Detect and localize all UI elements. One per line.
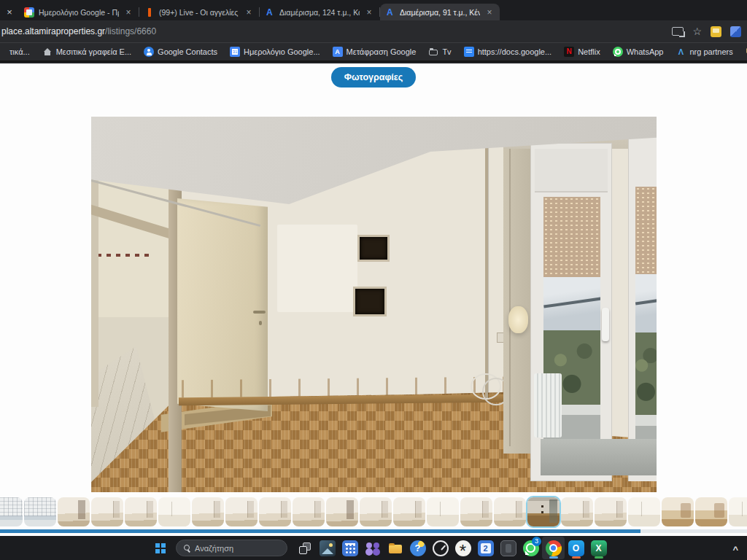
chatgpt[interactable] (452, 537, 474, 559)
calculator[interactable] (338, 537, 361, 559)
task-view-icon (297, 540, 313, 556)
thumbnail-12[interactable] (360, 497, 392, 526)
get-help-icon (410, 540, 426, 556)
wall-marks (97, 254, 150, 257)
contacts-icon (144, 47, 154, 57)
thumbnail-11[interactable] (326, 497, 358, 526)
excel-icon: X (591, 540, 607, 556)
thumbnail-13[interactable] (393, 497, 425, 526)
calendar-2[interactable]: 2 (474, 537, 497, 559)
thumbnail-08[interactable] (225, 497, 258, 526)
thumbnail-05[interactable] (125, 497, 157, 526)
bookmark-mesitika[interactable]: Μεσιτικά γραφεία Ε... (42, 47, 131, 57)
url-text[interactable]: place.altamiraproperties.gr/listings/666… (1, 26, 672, 36)
search-icon (184, 545, 190, 551)
bookmark-google-docs[interactable]: https://docs.google... (464, 47, 552, 57)
nrg-icon (676, 47, 686, 57)
bookmark-nrg-partners[interactable]: nrg partners (676, 47, 732, 57)
bookmark-whatsapp[interactable]: WhatsApp (613, 47, 664, 57)
folder-icon (428, 47, 438, 57)
shutter-box (535, 149, 608, 192)
send-to-device-icon[interactable] (672, 27, 684, 36)
balcony-door-handle (602, 308, 609, 341)
tab-close-icon[interactable] (484, 7, 495, 18)
calendar-2-icon: 2 (478, 540, 494, 556)
start-button[interactable] (150, 538, 171, 559)
extension-yellow-icon[interactable] (711, 26, 721, 37)
gallery-scrollbar-thumb[interactable] (0, 529, 640, 533)
tab-live-listings[interactable]: (99+) Live - Οι αγγελίες μου - Ε... (139, 4, 259, 20)
phone-link[interactable] (497, 537, 519, 559)
gallery-main-photo[interactable] (91, 117, 657, 492)
get-help[interactable] (406, 537, 429, 559)
people[interactable] (361, 537, 384, 559)
bookmark-netflix[interactable]: Netflix (564, 47, 600, 57)
calendar-icon (230, 47, 240, 57)
show-hidden-icons-chevron[interactable] (732, 536, 738, 560)
tab-listing-91[interactable]: Διαμέρισμα, 91 τ.μ., Κέντρο Θε... (380, 4, 500, 20)
whatsapp-icon (613, 47, 623, 57)
url-bar: place.altamiraproperties.gr/listings/666… (0, 20, 747, 42)
bookmark-tv-folder[interactable]: Tv (428, 47, 451, 57)
rolled-shutter (543, 197, 600, 277)
taskbar-search[interactable] (176, 540, 287, 556)
speedtest[interactable] (429, 537, 452, 559)
tab-close-icon[interactable] (244, 7, 254, 18)
photos-icon (320, 540, 336, 556)
bookmark-star-icon[interactable] (692, 26, 702, 36)
tab-close-icon[interactable] (123, 7, 133, 18)
left-wall-edge (91, 159, 98, 407)
bookmark-google-translate[interactable]: Μετάφραση Google (333, 47, 417, 57)
photos[interactable] (316, 537, 338, 559)
tab-listing-124[interactable]: Διαμέρισμα, 124 τ.μ., Καλαμα... (260, 4, 379, 20)
file-explorer[interactable] (384, 537, 406, 559)
rolled-shutter (635, 187, 657, 274)
thumbnail-18[interactable] (561, 497, 593, 526)
door-handle (253, 311, 266, 314)
thumbnail-04[interactable] (91, 497, 123, 526)
thumbnail-strip (0, 497, 747, 526)
thumbnail-14[interactable] (427, 497, 459, 526)
excel[interactable]: X (587, 537, 610, 559)
thumbnail-07[interactable] (192, 497, 224, 526)
thumbnail-09[interactable] (259, 497, 291, 526)
task-view[interactable] (293, 537, 316, 559)
thumbnail-10[interactable] (293, 497, 325, 526)
windows-taskbar: 2 3 O X (0, 536, 747, 560)
outside-building (635, 274, 657, 332)
gallery-scrollbar[interactable] (0, 529, 747, 533)
calculator-icon (342, 540, 358, 556)
thumbnail-21[interactable] (662, 497, 694, 526)
thumbnail-15[interactable] (460, 497, 492, 526)
thumbnail-19[interactable] (595, 497, 627, 526)
outlook[interactable]: O (565, 537, 587, 559)
thumbnail-03[interactable] (58, 497, 90, 526)
partial-tab-close-icon[interactable] (0, 3, 19, 20)
tab-calendar[interactable]: Ημερολόγιο Google - Προγρα... (19, 4, 139, 20)
wall-conduit (485, 117, 488, 400)
whatsapp[interactable]: 3 (519, 537, 542, 559)
thumbnail-01[interactable] (0, 497, 23, 526)
thumbnail-02[interactable] (24, 497, 56, 526)
google-calendar-icon (24, 7, 34, 18)
tab-close-icon[interactable] (364, 7, 374, 18)
thumbnail-23[interactable] (729, 497, 747, 526)
thumbnail-06[interactable] (158, 497, 190, 526)
bookmark-google-calendar[interactable]: Ημερολόγιο Google... (230, 47, 320, 57)
photos-button[interactable]: Φωτογραφίες (331, 67, 417, 88)
chrome[interactable] (542, 537, 565, 559)
search-input[interactable] (195, 544, 268, 553)
thumbnail-17[interactable] (527, 497, 560, 526)
bookmark-truncated[interactable]: τικά... (4, 47, 30, 57)
thumbnail-16[interactable] (494, 497, 526, 526)
none-icon (4, 47, 6, 57)
thumbnail-20[interactable] (628, 497, 660, 526)
bookmarks-bar: τικά... Μεσιτικά γραφεία Ε... Google Con… (0, 42, 747, 62)
thumbnail-22[interactable] (695, 497, 727, 526)
translate-icon (333, 47, 343, 57)
netflix-icon (564, 47, 574, 57)
tab-strip: Ημερολόγιο Google - Προγρα... (99+) Live… (0, 0, 747, 20)
bookmark-google-contacts[interactable]: Google Contacts (144, 47, 217, 57)
docs-icon (464, 47, 474, 57)
extension-blue-icon[interactable] (730, 26, 741, 37)
